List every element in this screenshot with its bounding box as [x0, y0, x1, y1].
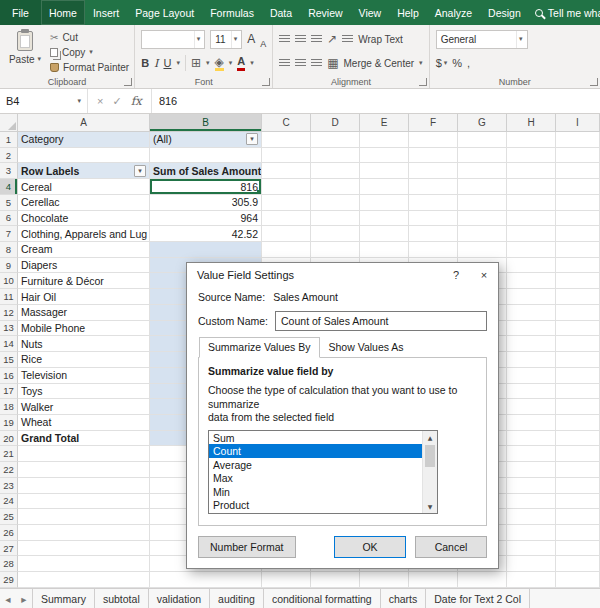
cell-a11[interactable]: Hair Oil	[18, 289, 150, 305]
cell-a2[interactable]	[18, 148, 150, 164]
cell-g3[interactable]	[458, 163, 507, 179]
sheet-tab-conditional-formatting[interactable]: conditional formatting	[264, 589, 381, 608]
cell-g7[interactable]	[458, 226, 507, 242]
cell-i17[interactable]	[556, 384, 600, 400]
cell-i28[interactable]	[556, 556, 600, 572]
cell-i12[interactable]	[556, 305, 600, 321]
cell-a4[interactable]: Cereal	[18, 179, 150, 195]
dialog-tab-show-values-as[interactable]: Show Values As	[320, 337, 413, 358]
font-size-select[interactable]: 11▾	[210, 30, 242, 49]
cell-g29[interactable]	[458, 572, 507, 588]
accounting-format-button[interactable]: $▾	[436, 57, 448, 69]
cell-h1[interactable]	[507, 132, 556, 148]
insert-function-button[interactable]: fx	[131, 94, 142, 108]
cell-h2[interactable]	[507, 148, 556, 164]
cell-a13[interactable]: Mobile Phone	[18, 321, 150, 337]
cell-c7[interactable]	[262, 226, 311, 242]
scroll-down-icon[interactable]: ▼	[423, 500, 437, 513]
cell-a14[interactable]: Nuts	[18, 336, 150, 352]
cell-h5[interactable]	[507, 195, 556, 211]
column-header-c[interactable]: C	[262, 114, 311, 131]
cell-i29[interactable]	[556, 572, 600, 588]
row-header-10[interactable]: 10	[0, 273, 18, 289]
cell-i11[interactable]	[556, 289, 600, 305]
underline-dropdown-icon[interactable]: ▾	[176, 60, 180, 67]
cell-h16[interactable]	[507, 368, 556, 384]
option-min[interactable]: Min	[209, 485, 422, 499]
cell-h17[interactable]	[507, 384, 556, 400]
ribbon-tab-file[interactable]: File	[0, 0, 41, 25]
number-dialog-launcher[interactable]	[590, 78, 598, 86]
cell-d5[interactable]	[311, 195, 360, 211]
ribbon-tab-home[interactable]: Home	[41, 0, 85, 25]
cell-h24[interactable]	[507, 494, 556, 510]
cell-h25[interactable]	[507, 509, 556, 525]
cell-a22[interactable]	[18, 462, 150, 478]
cell-i27[interactable]	[556, 541, 600, 557]
orientation-button[interactable]: ↗	[327, 33, 337, 45]
font-color-dropdown-icon[interactable]: ▾	[250, 60, 254, 67]
cut-button[interactable]: ✂Cut	[50, 31, 129, 45]
cell-i26[interactable]	[556, 525, 600, 541]
increase-font-button[interactable]: A	[247, 32, 255, 46]
cell-d4[interactable]	[311, 179, 360, 195]
cell-a1[interactable]: Category	[18, 132, 150, 148]
cell-a9[interactable]: Diapers	[18, 258, 150, 274]
column-header-f[interactable]: F	[409, 114, 458, 131]
enter-entry-icon[interactable]: ✓	[112, 95, 121, 108]
cell-h9[interactable]	[507, 258, 556, 274]
merge-center-button[interactable]: Merge & Center	[344, 58, 415, 69]
cell-a26[interactable]	[18, 525, 150, 541]
cell-f3[interactable]	[409, 163, 458, 179]
cell-h27[interactable]	[507, 541, 556, 557]
format-painter-button[interactable]: Format Painter	[50, 60, 129, 74]
cell-f2[interactable]	[409, 148, 458, 164]
cell-a23[interactable]	[18, 478, 150, 494]
cell-e8[interactable]	[360, 242, 409, 258]
filter-dropdown-icon[interactable]: ▾	[134, 165, 146, 177]
cell-a27[interactable]	[18, 541, 150, 557]
number-format-select[interactable]: General▾	[436, 30, 528, 49]
column-header-h[interactable]: H	[507, 114, 556, 131]
cell-h29[interactable]	[507, 572, 556, 588]
align-center-button[interactable]	[295, 59, 306, 68]
ribbon-tab-formulas[interactable]: Formulas	[202, 0, 262, 25]
sheet-tab-validation[interactable]: validation	[149, 589, 210, 608]
cell-a20[interactable]: Grand Total	[18, 431, 150, 447]
custom-name-input[interactable]: Count of Sales Amount	[275, 311, 487, 331]
cell-d6[interactable]	[311, 211, 360, 227]
row-header-24[interactable]: 24	[0, 494, 18, 510]
row-header-15[interactable]: 15	[0, 352, 18, 368]
cell-b7[interactable]: 42.52	[150, 226, 262, 242]
formula-input[interactable]: 816	[152, 89, 600, 113]
column-header-b[interactable]: B	[150, 114, 262, 131]
cell-i13[interactable]	[556, 321, 600, 337]
cell-c29[interactable]	[262, 572, 311, 588]
cell-e6[interactable]	[360, 211, 409, 227]
row-header-19[interactable]: 19	[0, 415, 18, 431]
cell-e4[interactable]	[360, 179, 409, 195]
align-bottom-button[interactable]	[311, 35, 322, 44]
row-header-7[interactable]: 7	[0, 226, 18, 242]
cell-e2[interactable]	[360, 148, 409, 164]
cell-c1[interactable]	[262, 132, 311, 148]
row-header-22[interactable]: 22	[0, 462, 18, 478]
row-header-23[interactable]: 23	[0, 478, 18, 494]
listbox-scrollbar[interactable]: ▲ ▼	[422, 431, 437, 513]
cell-b4[interactable]: 816	[150, 179, 262, 195]
cell-h19[interactable]	[507, 415, 556, 431]
option-sum[interactable]: Sum	[209, 431, 422, 445]
row-header-28[interactable]: 28	[0, 556, 18, 572]
cell-h12[interactable]	[507, 305, 556, 321]
cell-h10[interactable]	[507, 273, 556, 289]
cell-g5[interactable]	[458, 195, 507, 211]
cell-h15[interactable]	[507, 352, 556, 368]
cell-d29[interactable]	[311, 572, 360, 588]
row-header-25[interactable]: 25	[0, 509, 18, 525]
scroll-up-icon[interactable]: ▲	[423, 431, 437, 444]
ribbon-tab-page-layout[interactable]: Page Layout	[127, 0, 202, 25]
italic-button[interactable]: I	[154, 57, 158, 70]
ribbon-tab-help[interactable]: Help	[389, 0, 427, 25]
cell-c8[interactable]	[262, 242, 311, 258]
merge-center-dropdown-icon[interactable]: ▾	[419, 60, 423, 67]
